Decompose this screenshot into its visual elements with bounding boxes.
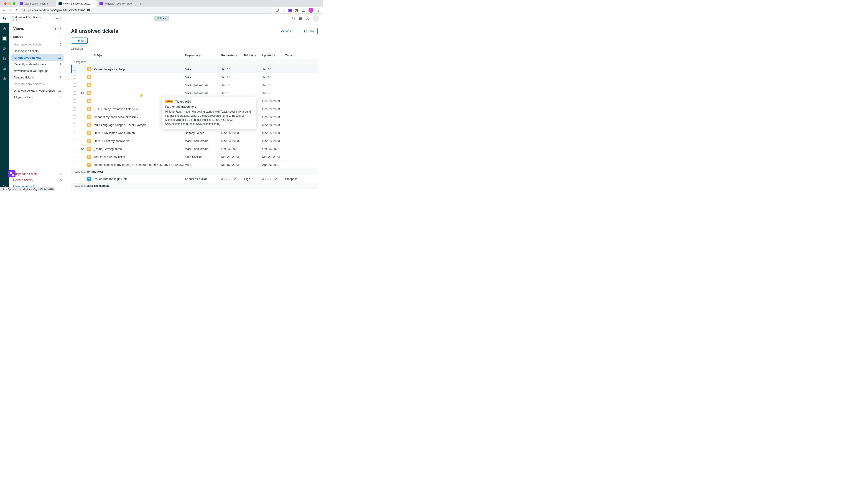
row-checkbox[interactable]	[73, 147, 76, 150]
apps-icon[interactable]	[299, 17, 302, 20]
notices-chip[interactable]: Notices	[154, 16, 169, 21]
nav-home[interactable]	[2, 26, 7, 31]
nav-rail	[0, 23, 9, 191]
ticket-row[interactable]: N [Demo]: Wrong Items Mark Thekkethala O…	[71, 145, 317, 153]
ticket-row[interactable]: N Partner Integration help Mike Jan 10 J…	[71, 65, 317, 73]
play-button[interactable]: Play	[301, 28, 317, 34]
sort-icon: ⇅	[254, 54, 256, 57]
translate-icon[interactable]	[276, 8, 279, 12]
requester-cell: Mark Thekkethala	[185, 139, 221, 143]
row-checkbox[interactable]	[73, 84, 76, 87]
view-count: 13	[58, 50, 61, 53]
zendesk-logo[interactable]	[0, 14, 9, 23]
close-icon[interactable]: ×	[93, 2, 95, 5]
back-button[interactable]	[2, 8, 6, 12]
profile-avatar[interactable]	[309, 8, 313, 13]
row-checkbox[interactable]	[73, 131, 76, 134]
row-checkbox[interactable]	[73, 107, 76, 110]
row-checkbox[interactable]	[73, 139, 76, 142]
extensions-icon[interactable]	[295, 8, 298, 12]
sidebar-view-item[interactable]: All your tickets6	[11, 94, 64, 101]
ticket-row[interactable]: O Adjusting Job Titles Angelica De La Cr…	[71, 189, 317, 191]
subject-cell: Issues with the login Link	[94, 177, 185, 181]
close-icon[interactable]: ×	[52, 2, 54, 5]
ticket-row[interactable]: N DEMO: Lost my password! Mark Thekketha…	[71, 137, 317, 145]
ticket-row[interactable]: N Mark Thekkethala Jan 03 Jan 03	[71, 89, 317, 97]
view-label: Recently solved tickets	[14, 82, 44, 86]
user-avatar[interactable]	[313, 15, 319, 22]
updated-cell: Jan 10	[262, 68, 285, 71]
row-checkbox[interactable]	[73, 115, 76, 119]
nav-customers[interactable]	[2, 46, 7, 51]
add-tab-button[interactable]: + Add	[50, 14, 65, 23]
ticket-row[interactable]: N Mark Thekkethala Jan 03 Jan 03	[71, 81, 317, 89]
sidebar-view-item[interactable]: Recently updated tickets1	[11, 61, 64, 68]
updated-cell: Dec 19, 2023	[262, 100, 285, 103]
row-checkbox[interactable]	[73, 100, 76, 103]
ticket-row[interactable]: N DEMO: My laptop won't turn on Brittany…	[71, 129, 317, 137]
row-checkbox[interactable]	[73, 163, 76, 166]
deleted-tickets[interactable]: Deleted tickets 5	[13, 177, 62, 183]
sidebar-view-item[interactable]: Recently solved tickets0	[11, 81, 64, 87]
suspended-tickets[interactable]: Suspended tickets 4	[13, 171, 62, 177]
row-checkbox[interactable]	[73, 68, 76, 71]
sidebar-view-item[interactable]: Pending tickets2	[11, 74, 64, 81]
col-updated[interactable]: Updated⇅	[262, 54, 285, 57]
tab-strip: Dashboard | PixieBrix × View: All unsolv…	[0, 0, 323, 7]
section-shared[interactable]: Shared	[9, 33, 66, 40]
new-tab-button[interactable]: +	[137, 2, 144, 7]
row-checkbox[interactable]	[73, 75, 76, 79]
nav-organizations[interactable]	[2, 56, 7, 61]
ticket-row[interactable]: N Demo: Issue with my order (ref: faeee9…	[71, 161, 317, 169]
refresh-icon[interactable]	[53, 27, 56, 31]
menu-icon[interactable]: ⋮	[317, 8, 320, 12]
row-checkbox[interactable]	[73, 155, 76, 158]
row-checkbox[interactable]	[73, 91, 76, 95]
sidebar-view-item[interactable]: Your unsolved tickets0	[11, 41, 64, 48]
close-icon[interactable]: ×	[46, 17, 48, 20]
ticket-row[interactable]: P Issues with the login Link Xhensila Fe…	[71, 175, 317, 183]
row-checkbox[interactable]	[73, 123, 76, 126]
actions-button[interactable]: Actions	[278, 28, 298, 34]
reload-button[interactable]	[14, 8, 18, 12]
search-icon[interactable]	[292, 17, 296, 20]
row-checkbox[interactable]	[73, 177, 76, 180]
sidebar-view-item[interactable]: All unsolved tickets18	[11, 54, 64, 61]
sidebar-view-item[interactable]: Unsolved tickets in your groups18	[11, 87, 64, 94]
browser-tab-zendesk[interactable]: View: All unsolved tickets – P ×	[56, 0, 97, 7]
site-info-icon[interactable]: ⚙	[22, 8, 26, 12]
collapse-icon[interactable]	[59, 27, 62, 30]
workspace-tab-title: Professional Certificat…	[12, 16, 47, 18]
window-close[interactable]	[4, 2, 6, 5]
select-all-checkbox[interactable]	[73, 54, 76, 57]
sidepanel-icon[interactable]	[302, 8, 305, 12]
ticket-preview-popover: NEW Ticket #420 Partner Integration help…	[162, 97, 256, 129]
browser-tab-template[interactable]: Template - Decision Tree ×	[97, 0, 137, 7]
help-icon[interactable]: ?	[306, 16, 309, 20]
browser-tab-dashboard[interactable]: Dashboard | PixieBrix ×	[18, 0, 56, 7]
sidebar-view-item[interactable]: New tickets in your groups13	[11, 68, 64, 74]
workspace-tab[interactable]: Professional Certificat… #378 ×	[9, 14, 50, 23]
extension-icon[interactable]	[289, 8, 292, 12]
view-label: New tickets in your groups	[14, 69, 48, 73]
filter-button[interactable]: Filter	[71, 37, 88, 44]
window-maximize[interactable]	[13, 2, 15, 5]
window-minimize[interactable]	[8, 2, 11, 5]
nav-views[interactable]	[2, 36, 7, 41]
svg-rect-23	[4, 68, 5, 70]
forward-button[interactable]	[8, 8, 12, 12]
ticket-row[interactable]: N Mike Jan 10 Jan 10	[71, 73, 317, 81]
bookmark-icon[interactable]: ☆	[282, 8, 285, 12]
ticket-row[interactable]: N Test trust & safety ticket Todd Schill…	[71, 153, 317, 161]
nav-admin[interactable]	[2, 76, 7, 82]
col-priority[interactable]: Priority⇅	[244, 54, 262, 57]
pixiebrix-widget[interactable]	[8, 170, 16, 177]
sidebar-view-item[interactable]: Unassigned tickets13	[11, 48, 64, 54]
col-team[interactable]: Team⇅	[285, 54, 308, 57]
close-icon[interactable]: ×	[133, 2, 135, 5]
nav-reporting[interactable]	[2, 66, 7, 71]
col-requested[interactable]: Requested⇅	[221, 54, 244, 57]
url-input[interactable]: ⚙ pixiebrix.zendesk.com/agent/filters/15…	[20, 7, 273, 13]
col-subject[interactable]: Subject	[94, 54, 185, 57]
col-requester[interactable]: Requester⇅	[185, 54, 221, 57]
